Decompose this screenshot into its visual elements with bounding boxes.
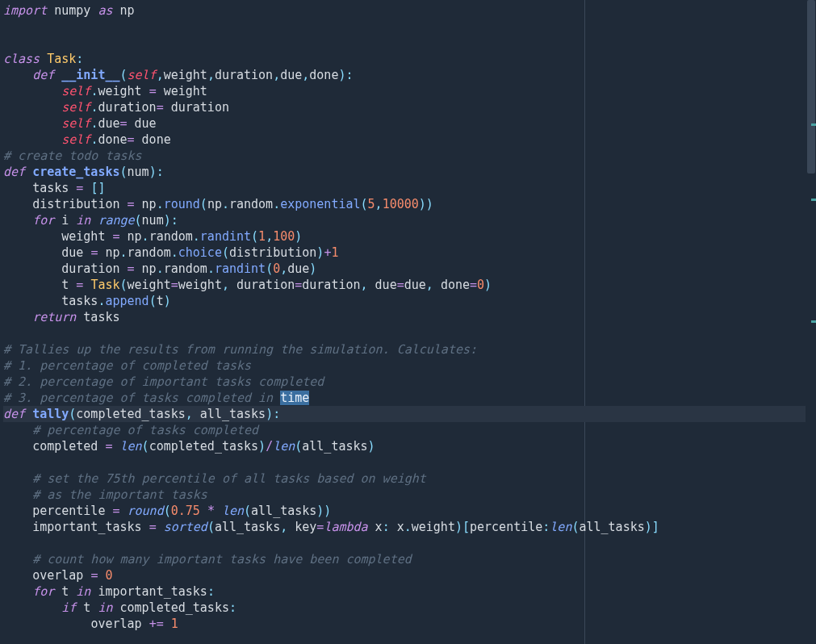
token-attr: all_tasks <box>251 504 316 518</box>
code-area[interactable]: import numpy as np class Task: def __ini… <box>0 0 806 644</box>
code-line[interactable] <box>3 19 806 35</box>
token-attr: weight <box>98 84 141 98</box>
code-line[interactable]: distribution = np.round(np.random.expone… <box>3 196 806 212</box>
token-punct: . <box>273 197 280 211</box>
token-op: = <box>128 197 135 211</box>
token-op: = <box>149 84 157 98</box>
vertical-scrollbar[interactable] <box>806 0 816 644</box>
token-op: = <box>470 278 477 292</box>
token-attr: weight <box>61 229 105 244</box>
code-line[interactable]: def __init__(self,weight,duration,due,do… <box>3 67 806 83</box>
code-line[interactable]: weight = np.random.randint(1,100) <box>3 228 806 245</box>
token-attr: due <box>98 116 119 131</box>
token-whitespace <box>3 213 32 228</box>
token-cls: Task <box>90 278 119 292</box>
code-line[interactable]: due = np.random.choice(distribution)+1 <box>3 245 806 261</box>
token-attr: percentile <box>470 520 542 534</box>
code-line[interactable]: # percentage of tasks completed <box>3 422 806 438</box>
code-line[interactable]: overlap += 1 <box>3 616 806 632</box>
token-whitespace <box>47 3 54 18</box>
token-punct: ) <box>295 229 302 244</box>
code-line[interactable]: # count how many important tasks have be… <box>3 551 806 567</box>
code-line[interactable]: self.done= done <box>3 132 806 148</box>
token-cmt: # as the important tasks <box>32 487 207 502</box>
code-line[interactable]: tasks = [] <box>3 180 806 196</box>
token-op: = <box>112 229 119 244</box>
token-self: self <box>61 84 90 98</box>
token-punct: , <box>273 68 280 82</box>
code-line[interactable]: for i in range(num): <box>3 212 806 228</box>
code-line[interactable]: # 3. percentage of tasks completed in ti… <box>3 390 806 406</box>
code-line[interactable]: def create_tasks(num): <box>3 164 806 180</box>
token-whitespace <box>368 278 375 292</box>
token-punct: ( <box>244 504 251 518</box>
code-line[interactable]: return tasks <box>3 309 806 325</box>
token-whitespace <box>229 278 236 292</box>
code-line[interactable]: # as the important tasks <box>3 487 806 503</box>
code-line[interactable]: tasks.append(t) <box>3 293 806 309</box>
code-line[interactable]: self.due= due <box>3 115 806 132</box>
token-fncall: randint <box>215 261 266 276</box>
token-num: 5 <box>368 197 375 211</box>
code-line[interactable]: # Tallies up the results from running th… <box>3 341 806 358</box>
token-num: 1 <box>171 617 178 631</box>
token-cmt: # Tallies up the results from running th… <box>3 342 477 357</box>
token-punct: ( <box>69 407 76 421</box>
token-attr: due <box>135 116 157 131</box>
code-line[interactable] <box>3 454 806 470</box>
token-punct: , <box>280 520 287 534</box>
token-sel: time <box>280 391 309 405</box>
token-attr: t <box>157 294 164 308</box>
code-line[interactable] <box>3 35 806 51</box>
token-attr: percentile <box>32 504 105 518</box>
code-editor[interactable]: import numpy as np class Task: def __ini… <box>0 0 816 644</box>
token-kw: for <box>32 584 54 599</box>
token-punct: )[ <box>455 520 470 534</box>
code-line[interactable] <box>3 325 806 341</box>
code-line[interactable]: # 1. percentage of completed tasks <box>3 358 806 374</box>
token-punct: . <box>171 245 178 260</box>
token-whitespace <box>54 68 61 82</box>
code-line[interactable]: # 2. percentage of important tasks compl… <box>3 374 806 390</box>
token-whitespace <box>142 617 149 631</box>
code-line[interactable]: class Task: <box>3 51 806 67</box>
token-attr: distribution <box>32 197 119 211</box>
token-attr: duration <box>98 100 156 115</box>
token-attr: distribution <box>229 245 316 260</box>
token-punct: ( <box>361 197 368 211</box>
token-num: 100 <box>273 229 295 244</box>
code-line[interactable]: overlap = 0 <box>3 567 806 583</box>
code-line[interactable]: def tally(completed_tasks, all_tasks): <box>3 406 806 422</box>
token-num: 0 <box>477 278 484 292</box>
code-line[interactable]: if t in completed_tasks: <box>3 600 806 616</box>
code-line[interactable]: percentile = round(0.75 * len(all_tasks)… <box>3 503 806 519</box>
token-punct: , <box>157 68 164 82</box>
code-line[interactable]: # create todo tasks <box>3 148 806 164</box>
token-attr: tasks <box>83 310 119 324</box>
code-line[interactable]: completed = len(completed_tasks)/len(all… <box>3 438 806 454</box>
token-whitespace <box>76 310 83 324</box>
code-line[interactable]: # set the 75th percentile of all tasks b… <box>3 470 806 487</box>
code-line[interactable]: duration = np.random.randint(0,due) <box>3 261 806 277</box>
code-line[interactable]: import numpy as np <box>3 2 806 19</box>
token-whitespace <box>3 584 32 599</box>
code-line[interactable]: for t in important_tasks: <box>3 583 806 600</box>
token-attr: done <box>142 132 171 147</box>
code-line[interactable] <box>3 535 806 551</box>
token-whitespace <box>3 310 32 324</box>
scroll-thumb[interactable] <box>807 0 815 174</box>
token-builtin: len <box>222 504 244 518</box>
code-line[interactable]: self.duration= duration <box>3 99 806 115</box>
token-param: done <box>309 68 338 82</box>
token-whitespace <box>54 584 61 599</box>
code-line[interactable]: t = Task(weight=weight, duration=duratio… <box>3 277 806 293</box>
token-op: = <box>128 132 135 147</box>
code-line[interactable]: self.weight = weight <box>3 83 806 99</box>
code-line[interactable]: important_tasks = sorted(all_tasks, key=… <box>3 519 806 535</box>
token-whitespace <box>3 617 90 631</box>
token-dunder: __init__ <box>61 68 119 82</box>
token-punct: ( <box>222 245 229 260</box>
token-whitespace <box>112 439 119 454</box>
token-punct: : <box>207 584 215 599</box>
token-whitespace <box>3 229 61 244</box>
